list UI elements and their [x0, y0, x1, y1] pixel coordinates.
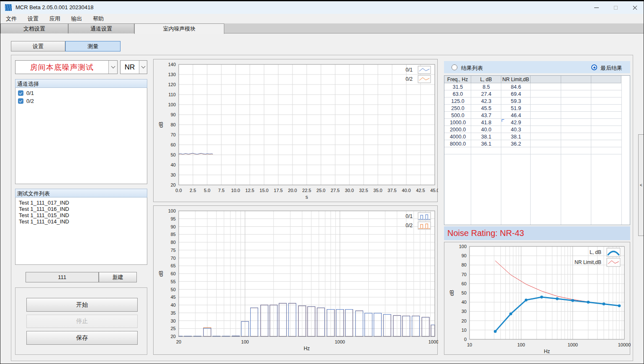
menu-item-应用[interactable]: 应用 — [44, 14, 66, 23]
test-type-dropdown-button[interactable] — [108, 61, 117, 74]
checkbox-checked-icon[interactable] — [18, 90, 23, 96]
table-row[interactable]: 4000.038.138.1 — [444, 133, 622, 140]
noise-rating-text: Noise Rating: NR-43 — [444, 226, 630, 240]
tab-settings[interactable]: 设置 — [11, 41, 65, 51]
start-button[interactable]: 开始 — [26, 298, 138, 312]
table-cell: 42.9 — [501, 119, 531, 126]
svg-text:27.5: 27.5 — [331, 188, 339, 193]
svg-text:65: 65 — [171, 263, 176, 268]
spectrum-chart-panel: 2025303540455055606570758085909510020100… — [153, 205, 438, 355]
new-button[interactable]: 新建 — [99, 272, 137, 282]
tab-measure[interactable]: 测量 — [65, 41, 121, 51]
table-cell: 125.0 — [444, 97, 471, 105]
svg-text:40: 40 — [171, 162, 176, 167]
table-cell — [561, 97, 591, 105]
svg-text:0.0: 0.0 — [175, 188, 182, 193]
table-cell: 45.5 — [471, 105, 501, 112]
test-file-item[interactable]: Test 1_111_017_IND — [15, 200, 147, 206]
table-row[interactable]: 31.58.584.6 — [444, 83, 622, 90]
checkbox-checked-icon[interactable] — [18, 98, 23, 104]
radio-results-list[interactable] — [452, 64, 457, 70]
table-cell: 40.0 — [471, 126, 501, 133]
table-row[interactable]: 2000.040.040.3 — [444, 126, 622, 133]
table-row[interactable]: 250.045.551.9 — [444, 105, 622, 112]
svg-text:50: 50 — [171, 152, 176, 157]
svg-text:30: 30 — [462, 309, 467, 314]
svg-text:130: 130 — [168, 72, 176, 77]
rating-type-combobox[interactable]: NR — [120, 60, 147, 74]
file-name-field[interactable]: 111 — [26, 272, 99, 282]
table-header-cell: L, dB — [471, 76, 501, 83]
table-row[interactable]: 125.042.359.3 — [444, 97, 622, 105]
svg-text:45.0: 45.0 — [430, 188, 438, 193]
maximize-button[interactable] — [606, 1, 625, 14]
table-header-cell — [531, 76, 561, 83]
minimize-icon — [594, 8, 599, 8]
table-cell — [531, 105, 561, 112]
channel-item[interactable]: 0/1 — [15, 89, 147, 97]
table-cell: 46.4 — [501, 112, 531, 119]
channel-list[interactable]: 0/10/2 — [15, 88, 147, 184]
svg-text:2.5: 2.5 — [190, 188, 196, 193]
svg-text:12.5: 12.5 — [245, 188, 254, 193]
svg-text:35: 35 — [171, 310, 176, 315]
svg-text:20: 20 — [176, 339, 181, 344]
svg-text:90: 90 — [171, 112, 176, 117]
svg-text:37.5: 37.5 — [387, 188, 396, 193]
table-cell: 250.0 — [444, 105, 471, 112]
svg-text:7.5: 7.5 — [218, 188, 224, 193]
table-cell — [561, 126, 591, 133]
test-type-combobox[interactable]: 房间本底噪声测试 — [15, 60, 118, 74]
table-row[interactable] — [444, 147, 622, 154]
table-cell: 4000.0 — [444, 133, 471, 140]
table-row[interactable]: 500.043.746.4 — [444, 112, 622, 119]
svg-text:60: 60 — [462, 281, 467, 286]
menu-item-输出[interactable]: 输出 — [66, 14, 87, 23]
svg-text:100: 100 — [517, 342, 525, 347]
main-tab-bar: 文档设置通道设置室内噪声模块 — [0, 23, 644, 33]
titlebar: MCR Beta 2.05.0.001 20230418 — [0, 1, 644, 14]
rating-dropdown-button[interactable] — [139, 61, 147, 74]
test-file-item[interactable]: Test 1_111_015_IND — [15, 212, 147, 218]
menu-item-文件[interactable]: 文件 — [0, 14, 22, 23]
table-cell: 63.0 — [444, 90, 471, 97]
test-file-item[interactable]: Test 1_111_014_IND — [15, 218, 147, 225]
channel-label: 0/1 — [26, 90, 34, 96]
svg-text:32.5: 32.5 — [359, 188, 368, 193]
minimize-button[interactable] — [587, 1, 606, 14]
svg-text:25.0: 25.0 — [316, 188, 325, 193]
svg-text:90: 90 — [462, 253, 467, 258]
result-table[interactable]: Freq., HzL, dBNR Limit,dB31.58.584.663.0… — [444, 75, 630, 225]
save-button[interactable]: 保存 — [26, 331, 138, 345]
table-cell — [471, 147, 501, 154]
main-tab-1[interactable]: 文档设置 — [0, 23, 68, 33]
svg-text:80: 80 — [171, 122, 176, 127]
svg-text:dB: dB — [158, 122, 164, 128]
table-cell — [591, 112, 621, 119]
menu-item-帮助[interactable]: 帮助 — [87, 14, 109, 23]
test-type-value: 房间本底噪声测试 — [15, 61, 108, 74]
menu-item-设置[interactable]: 设置 — [22, 14, 44, 23]
stop-button[interactable]: 停止 — [26, 315, 138, 328]
svg-text:10: 10 — [467, 342, 472, 347]
main-tab-2[interactable]: 通道设置 — [68, 23, 134, 33]
close-button[interactable] — [625, 1, 644, 14]
svg-text:1000: 1000 — [567, 342, 577, 347]
channel-item[interactable]: 0/2 — [15, 97, 147, 105]
svg-text:80: 80 — [462, 262, 467, 267]
result-mode-strip: 结果列表 最后结果 — [444, 61, 630, 73]
table-row[interactable]: 1000.041.842.9 — [444, 119, 622, 126]
main-tab-3[interactable]: 室内噪声模块 — [134, 23, 224, 34]
menubar: 文件设置应用输出帮助 — [0, 14, 644, 23]
table-row[interactable]: 63.027.469.4 — [444, 90, 622, 97]
panel-collapse-handle[interactable]: < — [638, 134, 644, 236]
table-cell: 69.4 — [501, 90, 531, 97]
table-cell — [561, 105, 591, 112]
svg-text:10000: 10000 — [428, 339, 438, 344]
table-row[interactable]: 8000.036.136.2 — [444, 140, 622, 147]
radio-last-result[interactable] — [591, 64, 597, 70]
table-cell — [531, 97, 561, 105]
table-cell — [561, 112, 591, 119]
test-file-list[interactable]: Test 1_111_017_INDTest 1_111_016_INDTest… — [15, 197, 147, 265]
test-file-item[interactable]: Test 1_111_016_IND — [15, 206, 147, 212]
